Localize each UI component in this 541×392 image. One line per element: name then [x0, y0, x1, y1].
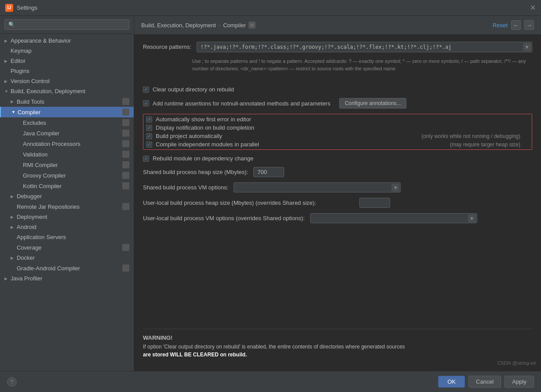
sidebar: ▶Appearance & BehaviorKeymap▶EditorPlugi… — [0, 16, 134, 371]
display-notification-label: Display notification on build completion — [156, 124, 254, 131]
sidebar-item-java-profiler[interactable]: ▶Java Profiler — [0, 273, 134, 283]
sidebar-item-java-compiler[interactable]: Java Compiler — [0, 128, 134, 138]
sidebar-item-docker[interactable]: ▶Docker — [0, 253, 134, 263]
forward-button[interactable]: → — [524, 20, 534, 30]
resource-patterns-expand-button[interactable]: ▼ — [523, 43, 531, 51]
clear-output-checkbox[interactable] — [143, 87, 149, 93]
search-bar — [0, 16, 134, 34]
ok-button[interactable]: OK — [438, 376, 465, 388]
sidebar-item-compiler[interactable]: ▼Compiler — [0, 107, 134, 117]
auto-show-error-row: Automatically show first error in editor — [146, 116, 529, 123]
sidebar-arrow-compiler: ▼ — [11, 110, 18, 114]
sidebar-item-remote-jar[interactable]: Remote Jar Repositories — [0, 201, 134, 212]
breadcrumb-item-2: Compiler — [223, 22, 246, 29]
sidebar-item-groovy-compiler[interactable]: Groovy Compiler — [0, 170, 134, 181]
sidebar-arrow-build-tools: ▶ — [11, 99, 17, 104]
user-vm-input[interactable] — [311, 214, 468, 223]
sidebar-label-gradle-android: Gradle-Android Compiler — [17, 265, 121, 272]
vm-options-input-wrap: ▼ — [234, 182, 401, 192]
apply-button[interactable]: Apply — [504, 376, 534, 388]
sidebar-item-build-tools[interactable]: ▶Build Tools — [0, 96, 134, 107]
cancel-button[interactable]: Cancel — [468, 376, 501, 388]
sidebar-icon-rmi-compiler — [122, 161, 129, 168]
content-body: Resource patterns: ▼ Use ; to separate p… — [134, 35, 541, 371]
sidebar-label-kotlin-compiler: Kotlin Compiler — [23, 183, 121, 189]
sidebar-label-plugins: Plugins — [11, 68, 129, 74]
sidebar-item-app-servers[interactable]: Application Servers — [0, 232, 134, 242]
heap-size-input[interactable] — [253, 167, 284, 177]
display-notification-row: Display notification on build completion — [146, 124, 529, 131]
sidebar-label-groovy-compiler: Groovy Compiler — [23, 172, 121, 179]
sidebar-arrow-version-control: ▶ — [4, 79, 11, 83]
resource-patterns-input[interactable] — [197, 42, 523, 52]
help-button[interactable]: ? — [7, 377, 17, 387]
sidebar-icon-build-tools — [122, 98, 129, 105]
build-auto-note: (only works while not running / debuggin… — [421, 133, 529, 139]
sidebar-icon-kotlin-compiler — [122, 182, 129, 189]
sidebar-item-version-control[interactable]: ▶Version Control — [0, 76, 134, 86]
rebuild-module-label: Rebuild module on dependency change — [153, 155, 253, 162]
sidebar-label-rmi-compiler: RMI Compiler — [23, 162, 121, 168]
sidebar-item-android[interactable]: ▶Android — [0, 222, 134, 232]
sidebar-item-appearance[interactable]: ▶Appearance & Behavior — [0, 36, 134, 46]
warning-line-1: If option 'Clear output directory on reb… — [143, 344, 405, 350]
breadcrumb: Build, Execution, Deployment › Compiler … — [141, 22, 256, 29]
sidebar-item-kotlin-compiler[interactable]: Kotlin Compiler — [0, 181, 134, 191]
sidebar-label-remote-jar: Remote Jar Repositories — [17, 203, 121, 210]
sidebar-item-keymap[interactable]: Keymap — [0, 46, 134, 56]
rebuild-module-checkbox[interactable] — [143, 156, 149, 162]
sidebar-item-debugger[interactable]: ▶Debugger — [0, 191, 134, 201]
display-notification-checkbox[interactable] — [146, 125, 152, 131]
sidebar-item-rmi-compiler[interactable]: RMI Compiler — [0, 160, 134, 170]
back-button[interactable]: ← — [511, 20, 521, 30]
sidebar-label-appearance: Appearance & Behavior — [11, 37, 129, 44]
sidebar-item-annotation-processors[interactable]: Annotation Processors — [0, 138, 134, 149]
sidebar-item-gradle-android[interactable]: Gradle-Android Compiler — [0, 263, 134, 273]
heap-size-label: Shared build process heap size (Mbytes): — [143, 167, 248, 175]
sidebar-item-excludes[interactable]: Excludes — [0, 117, 134, 128]
sidebar-item-build-execution[interactable]: ▼Build, Execution, Deployment — [0, 86, 134, 96]
sidebar-item-deployment[interactable]: ▶Deployment — [0, 212, 134, 222]
search-input[interactable] — [4, 19, 129, 30]
sidebar-arrow-deployment: ▶ — [11, 215, 17, 219]
resource-patterns-row: Resource patterns: ▼ — [143, 42, 532, 52]
sidebar-item-plugins[interactable]: Plugins — [0, 66, 134, 76]
sidebar-label-build-execution: Build, Execution, Deployment — [11, 88, 129, 94]
auto-show-error-checkbox[interactable] — [146, 116, 152, 123]
compile-parallel-note: (may require larger heap size) — [450, 142, 529, 148]
sidebar-icon-excludes — [122, 119, 129, 126]
outlined-checkboxes-group: Automatically show first error in editor… — [143, 114, 532, 150]
vm-options-expand-button[interactable]: ▼ — [391, 184, 399, 192]
sidebar-label-android: Android — [17, 224, 129, 230]
sidebar-item-editor[interactable]: ▶Editor — [0, 56, 134, 66]
sidebar-arrow-editor: ▶ — [4, 59, 11, 63]
sidebar-label-editor: Editor — [11, 58, 129, 64]
window-title: Settings — [17, 4, 37, 11]
compile-parallel-checkbox[interactable] — [146, 142, 152, 148]
add-runtime-checkbox[interactable] — [143, 100, 149, 106]
warning-box: WARNING! If option 'Clear output directo… — [143, 329, 532, 364]
sidebar-label-excludes: Excludes — [23, 120, 121, 126]
sidebar-label-deployment: Deployment — [17, 214, 129, 220]
sidebar-label-debugger: Debugger — [17, 193, 129, 200]
add-runtime-row: Add runtime assertions for notnull-annot… — [143, 98, 532, 109]
reset-button[interactable]: Reset — [493, 22, 508, 29]
user-heap-input[interactable] — [359, 198, 390, 208]
user-vm-input-wrap: ▼ — [310, 213, 477, 223]
sidebar-arrow-debugger: ▶ — [11, 194, 17, 199]
build-auto-checkbox[interactable] — [146, 133, 152, 139]
sidebar-label-annotation-processors: Annotation Processors — [23, 141, 121, 147]
sidebar-item-validation[interactable]: Validation — [0, 149, 134, 160]
heap-size-row: Shared build process heap size (Mbytes): — [143, 167, 532, 177]
sidebar-tree: ▶Appearance & BehaviorKeymap▶EditorPlugi… — [0, 34, 134, 371]
close-button[interactable]: ✕ — [530, 4, 536, 12]
user-vm-expand-button[interactable]: ▼ — [468, 214, 476, 222]
configure-annotations-button[interactable]: Configure annotations... — [339, 98, 406, 109]
sidebar-item-coverage[interactable]: Coverage — [0, 242, 134, 253]
sidebar-arrow-java-profiler: ▶ — [4, 276, 11, 281]
warning-title: WARNING! — [143, 334, 532, 341]
compile-parallel-label: Compile independent modules in parallel — [156, 141, 259, 148]
vm-options-input[interactable] — [234, 183, 391, 192]
bottom-bar: ? OK Cancel Apply — [0, 371, 541, 392]
clear-output-row: Clear output directory on rebuild — [143, 86, 532, 93]
